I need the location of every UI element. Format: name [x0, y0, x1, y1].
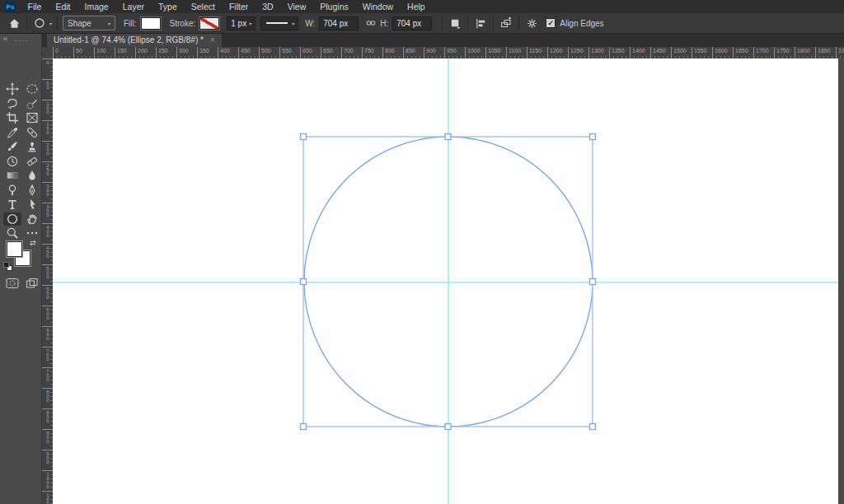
h-ruler-label: 1100: [506, 47, 527, 58]
v-ruler-label: 300: [41, 182, 53, 203]
menu-item-help[interactable]: Help: [401, 0, 433, 13]
transform-handle-bottom-center[interactable]: [445, 424, 451, 430]
pen-tool[interactable]: [23, 184, 41, 197]
move-tool[interactable]: [3, 82, 21, 96]
vertical-ruler[interactable]: 0501001502002503003504004505005506006507…: [41, 58, 54, 504]
gradient-tool[interactable]: [3, 169, 21, 182]
fill-swatch[interactable]: [141, 17, 161, 30]
panel-grip[interactable]: [14, 40, 27, 43]
chevron-down-icon: ▾: [292, 21, 294, 26]
stroke-style-select[interactable]: ▾: [260, 16, 298, 30]
history-brush-tool[interactable]: [3, 155, 21, 168]
gear-icon[interactable]: [524, 16, 539, 30]
clone-stamp-tool[interactable]: [23, 140, 41, 153]
swap-colors-icon[interactable]: ⇄: [30, 239, 36, 247]
menu-item-layer[interactable]: Layer: [115, 0, 151, 13]
menu-item-filter[interactable]: Filter: [222, 0, 255, 13]
h-ruler-label: 1600: [712, 47, 733, 58]
collapse-panel-icon[interactable]: «: [3, 35, 7, 43]
menu-item-plugins[interactable]: Plugins: [313, 0, 355, 13]
shape-width-value: 704 px: [323, 19, 348, 28]
spot-healing-brush-tool[interactable]: [23, 126, 41, 139]
menu-item-image[interactable]: Image: [77, 0, 115, 13]
screen-mode-icon[interactable]: [23, 277, 41, 290]
stroke-swatch[interactable]: [199, 17, 219, 30]
menu-item-3d[interactable]: 3D: [256, 0, 280, 13]
v-ruler-label: 250: [41, 161, 53, 182]
transform-handle-bottom-right[interactable]: [590, 424, 596, 430]
stroke-width-input[interactable]: 1 px ▾: [227, 16, 256, 30]
ruler-origin-corner[interactable]: [41, 47, 54, 59]
elliptical-marquee-tool[interactable]: [23, 82, 41, 96]
lasso-tool[interactable]: [3, 97, 21, 110]
quick-mask-icon[interactable]: [3, 277, 21, 290]
h-ruler-label: 650: [321, 47, 341, 58]
frame-tool[interactable]: [23, 111, 41, 124]
type-tool[interactable]: [3, 198, 21, 211]
crop-tool[interactable]: [3, 111, 21, 124]
document-tab[interactable]: Untitled-1 @ 74.4% (Ellipse 2, RGB/8#) *…: [47, 33, 222, 47]
h-ruler-label: 1150: [527, 47, 547, 58]
transform-handle-middle-left[interactable]: [301, 279, 307, 285]
close-tab-icon[interactable]: ×: [210, 35, 215, 44]
shape-height-input[interactable]: 704 px: [392, 16, 432, 30]
divider: [467, 16, 468, 30]
transform-handle-top-right[interactable]: [590, 134, 596, 140]
path-alignment-icon[interactable]: [473, 16, 488, 30]
quick-selection-tool[interactable]: [23, 97, 41, 110]
blur-tool[interactable]: [23, 169, 41, 182]
transform-handle-bottom-left[interactable]: [301, 424, 307, 430]
align-edges-checkbox[interactable]: ✓: [546, 18, 556, 28]
default-colors-icon[interactable]: [3, 260, 13, 275]
ellipse-tool[interactable]: [3, 212, 21, 226]
brush-tool[interactable]: [3, 140, 21, 153]
canvas-overlay: [53, 58, 838, 504]
options-bar: ▾ Shape ▾ Fill: Stroke: 1 px ▾ ▾ W: 704 …: [0, 13, 844, 34]
path-operations-icon[interactable]: [448, 16, 462, 30]
v-ruler-label: 50: [41, 79, 53, 100]
tool-preset-icon[interactable]: [32, 16, 47, 30]
h-ruler-label: 1400: [630, 47, 650, 58]
photoshop-logo-icon[interactable]: Ps: [5, 2, 16, 12]
menu-item-edit[interactable]: Edit: [49, 0, 77, 13]
h-ruler-label: 1250: [568, 47, 588, 58]
hand-tool[interactable]: [23, 212, 41, 226]
h-ruler-label: 850: [403, 47, 424, 58]
divider: [518, 16, 519, 30]
transform-handle-top-left[interactable]: [301, 134, 307, 140]
home-icon[interactable]: [7, 16, 21, 30]
transform-handle-top-center[interactable]: [445, 134, 451, 140]
h-ruler-label: 1350: [609, 47, 630, 58]
menu-item-file[interactable]: File: [21, 0, 49, 13]
menu-item-window[interactable]: Window: [355, 0, 400, 13]
edit-toolbar[interactable]: [23, 226, 41, 240]
menu-item-select[interactable]: Select: [184, 0, 222, 13]
menu-item-type[interactable]: Type: [151, 0, 184, 13]
link-dimensions-icon[interactable]: [363, 16, 378, 30]
v-ruler-label: 550: [41, 285, 53, 306]
path-selection-tool[interactable]: [23, 198, 41, 211]
eyedropper-tool[interactable]: [3, 126, 21, 139]
h-ruler-label: 1700: [753, 47, 774, 58]
h-ruler-label: 550: [279, 47, 300, 58]
tool-mode-select[interactable]: Shape ▾: [63, 16, 115, 30]
h-ruler-label: 0: [53, 47, 73, 58]
v-ruler-label: 400: [41, 223, 53, 244]
shape-width-input[interactable]: 704 px: [319, 16, 359, 30]
chevron-down-icon: ▾: [49, 21, 52, 26]
v-ruler-label: 1050: [41, 491, 53, 504]
foreground-color-swatch[interactable]: [7, 241, 22, 257]
menu-item-view[interactable]: View: [280, 0, 313, 13]
tool-mode-value: Shape: [68, 19, 91, 28]
transform-handle-middle-right[interactable]: [590, 279, 596, 285]
h-ruler-label: 300: [176, 47, 197, 58]
h-ruler-label: 1550: [692, 47, 712, 58]
eraser-tool[interactable]: [23, 155, 41, 168]
h-ruler-label: 600: [300, 47, 321, 58]
path-arrangement-icon[interactable]: [499, 16, 513, 30]
dodge-tool[interactable]: [3, 184, 21, 197]
h-ruler-label: 950: [444, 47, 465, 58]
horizontal-ruler[interactable]: 0501001502002503003504004505005506006507…: [53, 47, 844, 59]
zoom-tool[interactable]: [3, 226, 21, 240]
align-edges-label: Align Edges: [560, 19, 603, 28]
